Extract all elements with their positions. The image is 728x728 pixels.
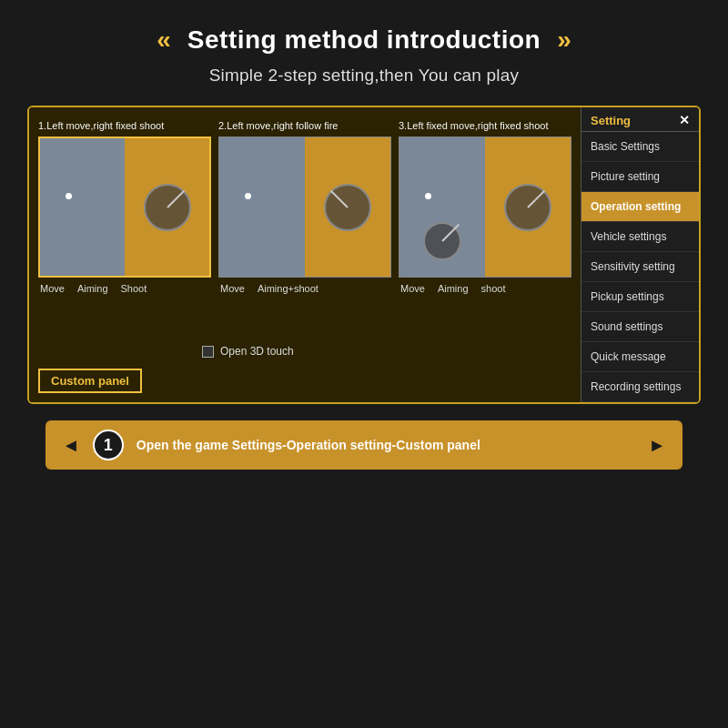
mode-2-controls: Move Aiming+shoot — [218, 283, 318, 294]
mode-1-dot — [66, 193, 72, 199]
mode-1-ctrl-1: Aiming — [77, 283, 108, 294]
mode-1-ctrl-0: Move — [40, 283, 65, 294]
sidebar-item-recording-settings[interactable]: Recording settings — [581, 372, 699, 402]
mode-3-needle-left — [441, 224, 460, 242]
sidebar-item-pickup-settings[interactable]: Pickup settings — [581, 282, 699, 312]
mode-1-controls: Move Aiming Shoot — [38, 283, 147, 294]
mode-2-ctrl-0: Move — [220, 283, 245, 294]
bottom-left-arrow: ◄ — [62, 435, 80, 456]
mode-2-dot — [245, 193, 251, 199]
sidebar: Setting ✕ Basic Settings Picture setting… — [581, 107, 699, 402]
bottom-text: Open the game Settings-Operation setting… — [136, 438, 635, 452]
sidebar-title: Setting — [591, 114, 631, 127]
mode-3-left — [399, 137, 485, 277]
header-section: « Setting method introduction » — [0, 0, 728, 66]
mode-3-ctrl-0: Move — [400, 283, 425, 294]
modes-row: 1.Left move,right fixed shoot Move Aimin… — [38, 120, 571, 336]
mode-3-panel: 3.Left fixed move,right fixed shoot — [399, 120, 571, 336]
game-content: 1.Left move,right fixed shoot Move Aimin… — [29, 107, 581, 402]
mode-1-visual — [38, 136, 211, 278]
sidebar-item-sound-settings[interactable]: Sound settings — [581, 312, 699, 342]
mode-3-label: 3.Left fixed move,right fixed shoot — [399, 120, 548, 131]
mode-2-label: 2.Left move,right follow fire — [218, 120, 338, 131]
header-left-arrow: « — [157, 25, 171, 55]
mode-2-panel: 2.Left move,right follow fire Move Aimin… — [218, 120, 391, 336]
mode-2-needle — [330, 189, 349, 207]
sidebar-item-vehicle-settings[interactable]: Vehicle settings — [581, 222, 699, 252]
bottom-right-arrow: ► — [648, 435, 666, 456]
mode-3-visual — [399, 136, 571, 278]
header-title: Setting method introduction — [187, 25, 541, 55]
touch-label: Open 3D touch — [220, 345, 294, 358]
mode-1-left — [40, 138, 125, 276]
mode-3-dot-left — [425, 193, 431, 199]
mode-2-ctrl-1: Aiming+shoot — [258, 283, 318, 294]
mode-3-right — [485, 137, 571, 277]
close-button[interactable]: ✕ — [679, 113, 690, 127]
mode-1-ctrl-2: Shoot — [121, 283, 147, 294]
mode-2-right — [305, 137, 390, 277]
touch-row: Open 3D touch — [38, 345, 571, 358]
mode-1-needle — [167, 189, 185, 207]
header-right-arrow: » — [557, 25, 571, 55]
mode-3-ctrl-2: shoot — [481, 283, 506, 294]
sidebar-item-basic-settings[interactable]: Basic Settings — [581, 132, 699, 162]
mode-3-controls: Move Aiming shoot — [399, 283, 505, 294]
mode-1-label: 1.Left move,right fixed shoot — [38, 120, 164, 131]
mode-3-needle-right — [527, 189, 545, 207]
mode-1-joystick — [144, 184, 191, 231]
sidebar-item-operation-setting[interactable]: Operation setting — [581, 192, 699, 222]
mode-3-joystick-right — [504, 184, 551, 231]
sidebar-item-sensitivity-setting[interactable]: Sensitivity setting — [581, 252, 699, 282]
custom-panel-button[interactable]: Custom panel — [38, 358, 571, 393]
sidebar-header: Setting ✕ — [581, 107, 699, 132]
touch-checkbox[interactable] — [202, 346, 214, 358]
mode-2-left — [219, 137, 305, 277]
sidebar-item-picture-setting[interactable]: Picture setting — [581, 162, 699, 192]
mode-2-visual — [218, 136, 391, 278]
step-badge: 1 — [93, 430, 124, 460]
sidebar-item-quick-message[interactable]: Quick message — [581, 342, 699, 372]
custom-panel-label[interactable]: Custom panel — [38, 369, 142, 393]
mode-2-joystick — [324, 184, 371, 231]
mode-3-ctrl-1: Aiming — [438, 283, 469, 294]
mode-3-joystick-left — [423, 222, 461, 260]
subtitle: Simple 2-step setting,then You can play — [209, 66, 520, 86]
game-panel: 1.Left move,right fixed shoot Move Aimin… — [27, 106, 701, 404]
bottom-instruction: ◄ 1 Open the game Settings-Operation set… — [46, 420, 682, 470]
mode-1-panel: 1.Left move,right fixed shoot Move Aimin… — [38, 120, 211, 336]
mode-1-right — [125, 138, 209, 276]
